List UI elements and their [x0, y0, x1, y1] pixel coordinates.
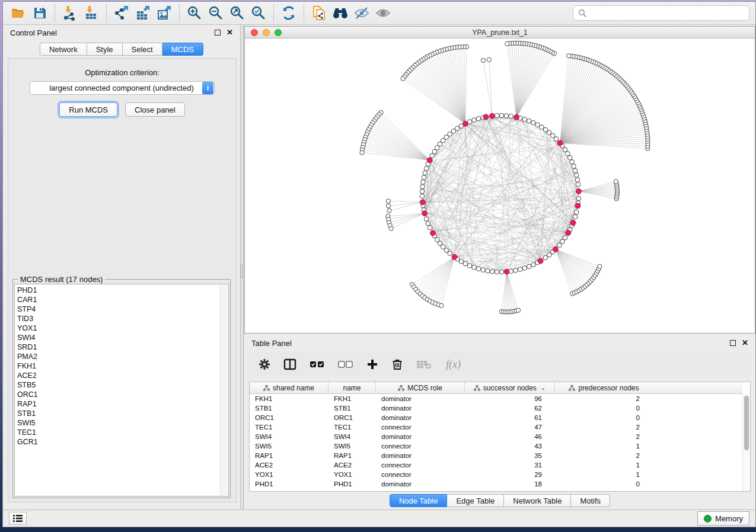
open-file-button[interactable] — [8, 4, 29, 23]
delete-table-icon[interactable] — [416, 359, 432, 370]
cell[interactable]: 46 — [465, 432, 555, 441]
cell[interactable]: dominator — [376, 403, 465, 413]
table-row[interactable]: YOX1YOX1connector291 — [250, 470, 742, 479]
cell[interactable]: FKH1 — [250, 394, 328, 403]
mcds-result-item[interactable]: TID3 — [17, 314, 219, 323]
find-button[interactable] — [330, 4, 351, 23]
close-panel-icon[interactable]: ✕ — [227, 30, 233, 36]
criterion-dropdown[interactable]: largest connected component (undirected)… — [30, 81, 215, 95]
tab-edge-table[interactable]: Edge Table — [447, 494, 504, 507]
cell[interactable]: 62 — [465, 403, 555, 413]
network-search-field[interactable] — [573, 5, 749, 21]
tab-motifs[interactable]: Motifs — [571, 494, 610, 507]
tab-mcds[interactable]: MCDS — [162, 43, 203, 56]
mcds-result-item[interactable]: PMA2 — [17, 352, 219, 361]
mcds-result-item[interactable]: CAR1 — [17, 295, 219, 305]
hide-details-button[interactable] — [351, 4, 372, 23]
save-session-button[interactable] — [29, 4, 50, 23]
zoom-out-button[interactable] — [205, 4, 227, 23]
cell[interactable]: connector — [376, 470, 465, 479]
float-table-panel-icon[interactable] — [730, 340, 736, 346]
table-row[interactable]: SWI5SWI5connector431 — [250, 441, 742, 451]
task-history-button[interactable] — [9, 512, 27, 525]
node-table[interactable]: shared namenameMCDS rolesuccessor nodes⌄… — [249, 382, 751, 492]
network-graph[interactable] — [245, 39, 755, 333]
cell[interactable]: dominator — [376, 394, 465, 403]
network-window-titlebar[interactable]: YPA_prune.txt_1 — [245, 27, 755, 39]
cell[interactable]: SWI5 — [328, 441, 376, 451]
cell[interactable]: TEC1 — [250, 422, 328, 432]
column-header-shared-name[interactable]: shared name — [250, 382, 328, 393]
column-header-successor-nodes[interactable]: successor nodes⌄ — [465, 382, 555, 393]
cell[interactable]: ORC1 — [250, 413, 328, 422]
cell[interactable]: YOX1 — [328, 470, 376, 479]
clone-network-button[interactable] — [308, 4, 330, 23]
cell[interactable]: YOX1 — [250, 470, 328, 479]
run-mcds-button[interactable]: Run MCDS — [59, 102, 117, 117]
zoom-selected-button[interactable] — [248, 4, 269, 23]
cell[interactable]: STB1 — [250, 403, 328, 413]
refresh-button[interactable] — [278, 4, 299, 23]
cell[interactable]: dominator — [376, 432, 465, 441]
float-panel-icon[interactable] — [215, 30, 221, 36]
cell[interactable]: 0 — [555, 403, 653, 413]
search-input[interactable] — [591, 9, 744, 17]
mcds-result-item[interactable]: YOX1 — [17, 323, 219, 333]
cell[interactable]: 29 — [465, 470, 555, 479]
mcds-result-item[interactable]: STB5 — [17, 380, 219, 390]
cell[interactable]: RAP1 — [250, 451, 328, 460]
column-header-MCDS-role[interactable]: MCDS role — [376, 382, 465, 393]
cell[interactable]: dominator — [376, 413, 465, 422]
close-table-panel-icon[interactable]: ✕ — [742, 340, 748, 346]
split-panel-icon[interactable] — [283, 358, 296, 370]
table-row[interactable]: SWI4SWI4dominator462 — [250, 432, 742, 441]
mcds-result-item[interactable]: ACE2 — [17, 371, 219, 380]
settings-gear-icon[interactable] — [259, 358, 270, 370]
table-row[interactable]: ACE2ACE2connector311 — [250, 460, 742, 470]
close-panel-button[interactable]: Close panel — [125, 102, 185, 117]
result-list-scrollbar[interactable] — [220, 285, 228, 495]
memory-button[interactable]: Memory — [697, 511, 749, 525]
table-row[interactable]: TEC1TEC1connector472 — [250, 422, 742, 432]
cell[interactable]: 2 — [555, 432, 653, 441]
table-row[interactable]: FKH1FKH1dominator962 — [250, 394, 742, 403]
mcds-result-item[interactable]: STB1 — [17, 409, 219, 418]
mcds-result-item[interactable]: SWI4 — [17, 333, 219, 342]
cell[interactable]: dominator — [376, 479, 465, 489]
tab-style[interactable]: Style — [87, 43, 123, 56]
cell[interactable]: 35 — [465, 451, 555, 460]
cell[interactable]: 0 — [555, 479, 653, 489]
mcds-result-item[interactable]: STP4 — [17, 305, 219, 314]
zoom-fit-button[interactable] — [227, 4, 248, 23]
select-all-checkboxes-icon[interactable] — [310, 360, 325, 369]
tab-select[interactable]: Select — [123, 43, 162, 56]
import-network-button[interactable] — [59, 4, 81, 23]
cell[interactable]: 2 — [555, 422, 653, 432]
mcds-result-list[interactable]: PHD1CAR1STP4TID3YOX1SWI4SRD1PMA2FKH1ACE2… — [14, 284, 229, 496]
table-row[interactable]: ORC1ORC1dominator610 — [250, 413, 742, 422]
cell[interactable]: STB1 — [328, 403, 376, 413]
tab-network[interactable]: Network — [40, 43, 87, 56]
cell[interactable]: SWI5 — [250, 441, 328, 451]
column-header-predecessor-nodes[interactable]: predecessor nodes — [555, 382, 653, 393]
table-row[interactable]: RAP1RAP1dominator352 — [250, 451, 742, 460]
mcds-result-item[interactable]: ORC1 — [17, 390, 219, 399]
cell[interactable]: connector — [376, 441, 465, 451]
cell[interactable]: 96 — [465, 394, 555, 403]
cell[interactable]: 18 — [465, 479, 555, 489]
table-scrollbar-thumb[interactable] — [744, 396, 749, 450]
cell[interactable]: SWI4 — [328, 432, 376, 441]
show-details-button[interactable] — [372, 4, 394, 23]
export-network-button[interactable] — [111, 4, 132, 23]
network-canvas[interactable] — [245, 39, 755, 333]
mcds-result-item[interactable]: PHD1 — [17, 286, 219, 295]
cell[interactable]: 47 — [465, 422, 555, 432]
table-scrollbar[interactable] — [742, 394, 750, 491]
deselect-all-checkboxes-icon[interactable] — [338, 360, 353, 369]
cell[interactable]: 2 — [555, 451, 653, 460]
export-image-button[interactable] — [154, 4, 175, 23]
cell[interactable]: FKH1 — [328, 394, 376, 403]
mcds-result-item[interactable]: SWI5 — [17, 418, 219, 428]
cell[interactable]: connector — [376, 460, 465, 470]
export-table-button[interactable] — [132, 4, 154, 23]
